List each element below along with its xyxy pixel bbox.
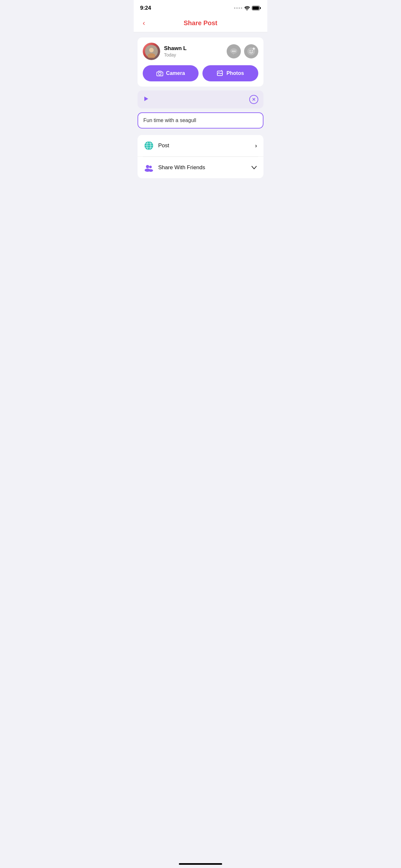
svg-rect-1 (252, 6, 259, 10)
nav-header: ‹ Share Post (134, 14, 267, 32)
user-info: Shawn L Today (143, 42, 187, 60)
user-time: Today (164, 52, 187, 58)
svg-point-31 (146, 165, 149, 168)
photos-button[interactable]: Photos (203, 65, 258, 82)
share-friends-option[interactable]: Share With Friends (137, 157, 264, 178)
post-chevron: › (255, 143, 257, 149)
signal-icon (234, 7, 242, 9)
svg-point-4 (149, 48, 154, 52)
audio-row-container: ✕ (137, 90, 264, 108)
caption-input[interactable] (143, 118, 258, 123)
user-row: Shawn L Today (143, 42, 258, 60)
svg-point-11 (250, 51, 251, 51)
share-friends-chevron (251, 164, 257, 171)
wifi-icon (244, 6, 250, 10)
audio-row: ✕ (137, 90, 264, 108)
globe-icon (144, 141, 154, 151)
user-name: Shawn L (164, 45, 187, 52)
svg-point-16 (158, 72, 161, 75)
close-button[interactable]: ✕ (249, 95, 258, 104)
back-button[interactable]: ‹ (140, 18, 148, 29)
svg-point-32 (149, 166, 152, 168)
caption-section (137, 113, 264, 128)
people-icon (144, 163, 154, 173)
post-label: Post (158, 143, 169, 149)
status-icons (234, 6, 261, 10)
svg-point-8 (234, 51, 235, 52)
avatar (143, 42, 160, 60)
post-option[interactable]: Post › (137, 135, 264, 157)
svg-point-7 (232, 51, 233, 52)
user-text: Shawn L Today (164, 45, 187, 58)
main-content: Shawn L Today (134, 37, 267, 178)
photos-label: Photos (226, 70, 244, 76)
options-section: Post › Share With Friends (137, 135, 264, 178)
share-friends-label: Share With Friends (158, 164, 205, 171)
emoji-add-icon[interactable] (244, 44, 258, 58)
user-card: Shawn L Today (137, 37, 264, 87)
svg-marker-23 (144, 97, 148, 101)
battery-icon (252, 6, 261, 10)
svg-point-20 (219, 72, 220, 73)
user-actions (227, 44, 258, 58)
caption-input-wrapper[interactable] (137, 113, 264, 128)
media-buttons: Camera Photos (143, 65, 258, 82)
svg-point-34 (149, 169, 153, 172)
svg-point-12 (252, 51, 253, 51)
play-button[interactable] (143, 96, 149, 104)
page-title: Share Post (184, 20, 217, 27)
status-time: 9:24 (140, 5, 151, 11)
camera-label: Camera (166, 70, 185, 76)
svg-point-9 (235, 51, 236, 52)
camera-button[interactable]: Camera (143, 65, 198, 82)
svg-rect-2 (260, 7, 261, 9)
status-bar: 9:24 (134, 0, 267, 14)
comment-icon[interactable] (227, 44, 241, 58)
